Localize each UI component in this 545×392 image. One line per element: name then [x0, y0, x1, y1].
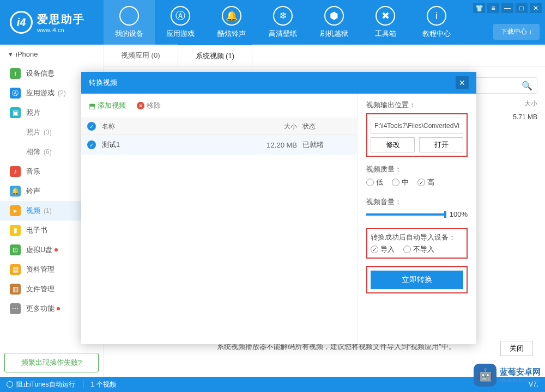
dialog-header: 转换视频 ✕ [81, 72, 476, 94]
nav-ringtones[interactable]: 🔔酷炫铃声 [206, 0, 257, 45]
sidebar-item-label: 虚拟U盘 [26, 245, 52, 255]
▥-icon: ▥ [10, 284, 21, 295]
nav-flash-jailbreak[interactable]: ⬢刷机越狱 [308, 0, 360, 45]
sidebar-item-label: 应用游戏 [26, 88, 55, 98]
count-badge: (6) [44, 148, 52, 156]
sidebar-item-label: 电子书 [26, 225, 47, 235]
nav-label: 应用游戏 [166, 29, 195, 39]
app-header: i4 爱思助手 www.i4.cn 我的设备 Ⓐ应用游戏 🔔酷炫铃声 ❄高清壁纸… [0, 0, 545, 45]
notification-dot-icon [55, 248, 58, 252]
notification-dot-icon [57, 307, 60, 310]
radio-label: 高 [427, 177, 434, 187]
maximize-button[interactable]: □ [516, 3, 528, 13]
convert-video-dialog: 转换视频 ✕ ⬒添加视频 ✕移除 ✓ 名称 大小 状态 ✓ 测试1 12.20 … [81, 72, 476, 344]
col-name: 名称 [102, 122, 248, 131]
box-icon: ⬢ [324, 6, 344, 26]
nav-label: 工具箱 [375, 29, 396, 39]
dialog-close-button[interactable]: ✕ [456, 76, 469, 89]
row-status: 已就绪 [302, 140, 357, 150]
close-button[interactable]: 关闭 [500, 341, 533, 356]
sidebar-item-label: 设备信息 [26, 69, 55, 78]
nav-apps-games[interactable]: Ⓐ应用游戏 [155, 0, 206, 45]
auto-import-highlight: 转换成功后自动导入设备： 导入 不导入 [366, 228, 468, 259]
volume-slider[interactable]: 100% [366, 210, 468, 218]
watermark-name: 蓝莓安卓网 [500, 367, 541, 377]
video-count: 1 个视频 [91, 380, 116, 389]
col-status: 状态 [302, 122, 357, 131]
minimize-button[interactable]: — [501, 3, 513, 13]
nav-toolbox[interactable]: ✖工具箱 [360, 0, 411, 45]
▣-icon: ▣ [10, 107, 21, 118]
skin-button[interactable]: 👕 [473, 3, 485, 13]
▸-icon: ▸ [10, 205, 21, 216]
sidebar-item-label: 视频 [26, 206, 40, 216]
radio-label: 中 [402, 177, 409, 187]
radio-label: 不导入 [413, 244, 434, 254]
volume-label: 视频音量： [366, 197, 468, 207]
volume-value: 100% [450, 210, 468, 218]
sidebar-item-label: 资料管理 [26, 265, 55, 274]
quality-low-radio[interactable]: 低 [366, 177, 383, 187]
apps-icon: Ⓐ [171, 6, 190, 26]
nav-label: 我的设备 [115, 29, 143, 39]
nav-wallpapers[interactable]: ❄高清壁纸 [257, 0, 308, 45]
row-size-value: 5.71 MB [513, 113, 537, 121]
nav-label: 教程中心 [422, 29, 451, 39]
radio-off-icon[interactable] [7, 381, 13, 388]
tab-system-videos[interactable]: 系统视频 (1) [178, 44, 253, 66]
logo-icon: i4 [10, 11, 33, 34]
i-icon: i [10, 68, 21, 79]
sidebar-item-label: 相簿 [26, 147, 40, 157]
brand-name: 爱思助手 [37, 12, 85, 27]
nav-label: 酷炫铃声 [217, 29, 246, 39]
quality-mid-radio[interactable]: 中 [392, 177, 409, 187]
auto-import-no-radio[interactable]: 不导入 [403, 244, 434, 254]
tab-video-apps[interactable]: 视频应用 (0) [104, 45, 178, 66]
nav-label: 刷机越狱 [320, 29, 348, 39]
device-name: iPhone [16, 50, 38, 58]
brand-logo: i4 爱思助手 www.i4.cn [0, 11, 104, 34]
⋯-icon: ⋯ [10, 303, 21, 314]
remove-icon: ✕ [137, 102, 144, 109]
♪-icon: ♪ [10, 166, 21, 177]
search-icon: 🔍 [522, 81, 532, 91]
table-row[interactable]: ✓ 测试1 12.20 MB 已就绪 [81, 135, 357, 155]
window-controls: 👕 ≡ — □ ✕ [473, 3, 542, 13]
row-checkbox[interactable]: ✓ [87, 140, 96, 149]
col-size: 大小 [248, 122, 302, 131]
plus-icon: ⬒ [89, 102, 95, 110]
output-path-input[interactable] [371, 118, 463, 134]
sidebar-item-label: 照片 [26, 127, 40, 137]
convert-now-button[interactable]: 立即转换 [371, 271, 463, 289]
bell-icon: 🔔 [222, 6, 241, 26]
info-icon: i [427, 6, 446, 26]
dialog-title: 转换视频 [89, 78, 117, 88]
select-all-checkbox[interactable]: ✓ [87, 122, 96, 131]
download-center-button[interactable]: 下载中心 ↓ [493, 24, 540, 40]
nav-tutorials[interactable]: i教程中心 [411, 0, 462, 45]
auto-import-yes-radio[interactable]: 导入 [371, 244, 395, 254]
sidebar-item-label: 音乐 [26, 167, 40, 176]
itunes-block-toggle[interactable]: 阻止iTunes自动运行 [16, 380, 75, 389]
dialog-right-panel: 视频输出位置： 修改 打开 视频质量： 低 中 高 视频音量： 100% 转换成 [358, 94, 476, 344]
menu-button[interactable]: ≡ [487, 3, 499, 13]
device-selector[interactable]: ▾ iPhone [0, 45, 103, 64]
content-tabs: 视频应用 (0) 系统视频 (1) [104, 45, 545, 66]
open-button[interactable]: 打开 [419, 137, 463, 152]
count-badge: (2) [58, 89, 66, 97]
tools-icon: ✖ [376, 6, 395, 26]
remove-label: 移除 [147, 101, 161, 111]
nav-my-device[interactable]: 我的设备 [104, 0, 155, 45]
remove-button[interactable]: ✕移除 [137, 101, 161, 111]
close-button[interactable]: ✕ [530, 3, 542, 13]
output-highlight: 修改 打开 [366, 113, 468, 157]
sidebar-item-label: 更多功能 [26, 304, 55, 314]
count-badge: (3) [44, 128, 52, 136]
modify-button[interactable]: 修改 [371, 137, 415, 152]
quality-high-radio[interactable]: 高 [417, 177, 434, 187]
help-link[interactable]: 频繁出现操作失败? [4, 353, 99, 372]
quality-label: 视频质量： [366, 164, 468, 174]
add-video-button[interactable]: ⬒添加视频 [89, 101, 126, 111]
apple-icon [119, 6, 139, 26]
convert-highlight: 立即转换 [366, 266, 468, 293]
